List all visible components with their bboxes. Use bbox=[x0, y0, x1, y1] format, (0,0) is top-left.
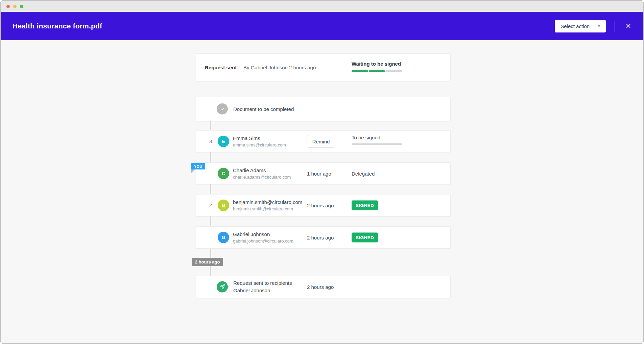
time-separator-badge: 2 hours ago bbox=[192, 258, 223, 266]
recipient-timestamp: 2 hours ago bbox=[307, 203, 334, 208]
you-badge-tail bbox=[191, 169, 195, 173]
signing-timeline: Request sent: By Gabriel Johnson 2 hours… bbox=[1, 40, 643, 344]
remind-button[interactable]: Remind bbox=[307, 135, 335, 148]
recipient-identity: Charlie Adams charlie.adams@circularo.co… bbox=[233, 167, 291, 180]
close-window-icon[interactable] bbox=[6, 5, 10, 8]
recipient-timestamp: 1 hour ago bbox=[307, 170, 331, 176]
recipient-timestamp: 2 hours ago bbox=[307, 235, 334, 240]
recipient-name: Gabriel Johnson bbox=[233, 231, 293, 238]
recipient-name: Charlie Adams bbox=[233, 167, 291, 174]
avatar: C bbox=[218, 168, 229, 179]
request-sent-label: Request sent: bbox=[205, 65, 238, 70]
you-badge: YOU bbox=[191, 163, 205, 169]
signed-status-badge: SIGNED bbox=[352, 201, 378, 210]
document-step-card: Document to be completed bbox=[196, 97, 451, 121]
sent-event-card: Request sent to recipients Gabriel Johns… bbox=[196, 276, 451, 298]
zoom-window-icon[interactable] bbox=[20, 5, 23, 8]
recipient-progress-bar bbox=[352, 143, 402, 145]
signing-order-number: 2 bbox=[206, 203, 216, 208]
select-action-button[interactable]: Select action bbox=[555, 20, 606, 32]
overall-status-label: Waiting to be signed bbox=[352, 61, 401, 67]
recipient-identity: benjamin.smith@circularo.com benjamin.sm… bbox=[233, 199, 302, 212]
avatar: E bbox=[218, 136, 229, 147]
recipient-row-benjamin: 2 B benjamin.smith@circularo.com benjami… bbox=[196, 194, 451, 216]
macos-titlebar bbox=[1, 1, 643, 12]
chevron-down-icon bbox=[597, 25, 601, 27]
sent-event-title: Request sent to recipients bbox=[233, 279, 292, 287]
recipient-identity: Emma Sims emma.sims@circularo.com bbox=[233, 135, 286, 148]
sent-event-subtitle: Gabriel Johnson bbox=[233, 287, 292, 294]
document-header: Health insurance form.pdf Select action … bbox=[1, 12, 643, 40]
avatar: B bbox=[218, 200, 229, 211]
recipient-row-charlie: C Charlie Adams charlie.adams@circularo.… bbox=[196, 162, 451, 184]
recipient-status-label: Delegated bbox=[352, 170, 375, 176]
recipient-email: gabriel.johnson@circularo.com bbox=[233, 238, 293, 244]
signing-order-number: 3 bbox=[206, 139, 216, 144]
progress-segment bbox=[386, 70, 402, 72]
recipient-row-gabriel: G Gabriel Johnson gabriel.johnson@circul… bbox=[196, 226, 451, 249]
recipient-name: benjamin.smith@circularo.com bbox=[233, 199, 302, 206]
recipient-email: emma.sims@circularo.com bbox=[233, 142, 286, 148]
sent-event-timestamp: 2 hours ago bbox=[307, 284, 334, 290]
minimize-window-icon[interactable] bbox=[13, 5, 17, 8]
recipient-email: benjamin.smith@circularo.com bbox=[233, 206, 302, 212]
document-step-label: Document to be completed bbox=[233, 106, 294, 112]
progress-segment bbox=[369, 70, 385, 72]
recipient-row-emma: 3 E Emma Sims emma.sims@circularo.com Re… bbox=[196, 130, 451, 152]
recipient-email: charlie.adams@circularo.com bbox=[233, 174, 291, 180]
recipient-name: Emma Sims bbox=[233, 135, 286, 142]
document-title: Health insurance form.pdf bbox=[13, 22, 102, 30]
request-progress bbox=[352, 70, 402, 72]
app-window: Health insurance form.pdf Select action … bbox=[0, 0, 644, 344]
request-summary-card: Request sent: By Gabriel Johnson 2 hours… bbox=[196, 53, 451, 81]
recipient-status-label: To be signed bbox=[352, 135, 380, 140]
paper-plane-icon bbox=[217, 281, 228, 293]
signed-status-badge: SIGNED bbox=[352, 233, 378, 243]
select-action-label: Select action bbox=[560, 23, 590, 29]
recipient-identity: Gabriel Johnson gabriel.johnson@circular… bbox=[233, 231, 293, 244]
progress-segment bbox=[352, 70, 368, 72]
check-icon bbox=[217, 104, 228, 115]
sent-event-text: Request sent to recipients Gabriel Johns… bbox=[233, 279, 292, 294]
header-actions: Select action ✕ bbox=[555, 20, 633, 32]
avatar: G bbox=[218, 232, 229, 243]
close-icon[interactable]: ✕ bbox=[623, 21, 633, 31]
header-divider bbox=[615, 21, 615, 32]
request-sent-byline: By Gabriel Johnson 2 hours ago bbox=[243, 65, 316, 70]
